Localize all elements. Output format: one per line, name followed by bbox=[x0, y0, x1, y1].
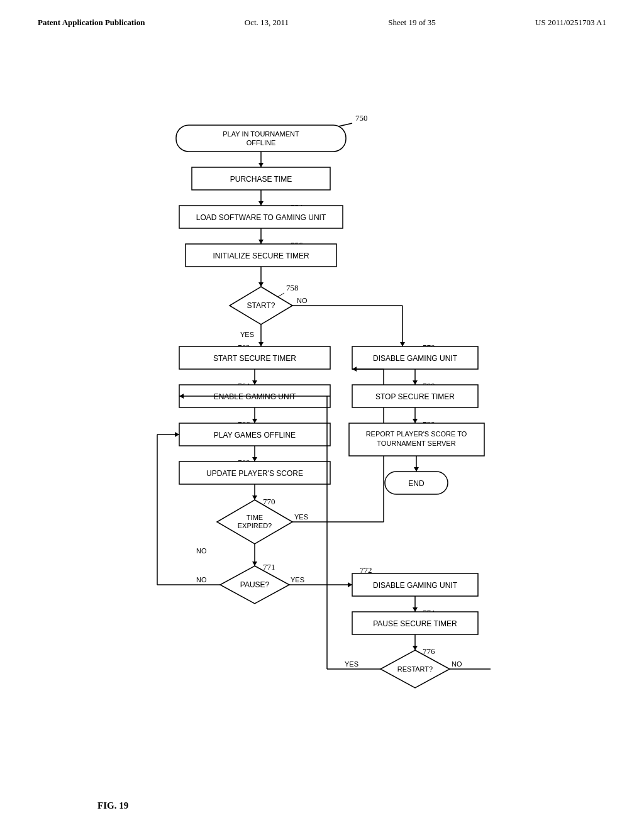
svg-text:DISABLE GAMING UNIT: DISABLE GAMING UNIT bbox=[373, 354, 458, 363]
svg-text:NO: NO bbox=[297, 297, 308, 304]
svg-marker-7 bbox=[258, 163, 264, 167]
svg-text:758: 758 bbox=[286, 283, 299, 292]
svg-text:PURCHASE TIME: PURCHASE TIME bbox=[230, 175, 292, 184]
svg-text:771: 771 bbox=[263, 562, 275, 572]
svg-marker-95 bbox=[413, 646, 418, 650]
svg-marker-36 bbox=[400, 342, 405, 346]
svg-text:ENABLE GAMING UNIT: ENABLE GAMING UNIT bbox=[214, 392, 296, 401]
svg-marker-25 bbox=[258, 282, 264, 287]
svg-marker-113 bbox=[413, 380, 418, 385]
svg-text:START SECURE TIMER: START SECURE TIMER bbox=[213, 354, 296, 363]
svg-text:NO: NO bbox=[452, 660, 462, 668]
svg-text:YES: YES bbox=[291, 576, 304, 584]
svg-marker-42 bbox=[252, 380, 257, 385]
svg-marker-80 bbox=[175, 432, 179, 437]
svg-marker-126 bbox=[414, 467, 419, 472]
page-header: Patent Application Publication Oct. 13, … bbox=[0, 0, 644, 28]
svg-text:RESTART?: RESTART? bbox=[397, 665, 433, 673]
svg-text:START?: START? bbox=[247, 301, 275, 310]
svg-marker-54 bbox=[252, 457, 257, 462]
svg-text:YES: YES bbox=[345, 660, 358, 668]
svg-text:REPORT PLAYER'S SCORE TO: REPORT PLAYER'S SCORE TO bbox=[366, 430, 467, 438]
svg-marker-19 bbox=[258, 240, 264, 244]
svg-text:DISABLE GAMING UNIT: DISABLE GAMING UNIT bbox=[373, 581, 458, 590]
svg-text:770: 770 bbox=[263, 497, 275, 506]
header-sheet: Sheet 19 of 35 bbox=[388, 18, 435, 28]
svg-text:PAUSE SECURE TIMER: PAUSE SECURE TIMER bbox=[373, 619, 457, 628]
svg-marker-48 bbox=[252, 419, 257, 423]
flowchart-diagram: 750 PLAY IN TOURNAMENT OFFLINE 752 PURCH… bbox=[0, 28, 644, 782]
svg-line-27 bbox=[278, 293, 284, 297]
svg-text:UPDATE PLAYER'S SCORE: UPDATE PLAYER'S SCORE bbox=[206, 469, 303, 478]
svg-marker-71 bbox=[252, 562, 257, 566]
svg-text:750: 750 bbox=[355, 113, 368, 123]
svg-text:STOP SECURE TIMER: STOP SECURE TIMER bbox=[375, 392, 455, 401]
svg-marker-83 bbox=[348, 582, 352, 587]
svg-text:EXPIRED?: EXPIRED? bbox=[238, 522, 272, 529]
svg-marker-60 bbox=[252, 495, 257, 500]
svg-text:INITIALIZE SECURE TIMER: INITIALIZE SECURE TIMER bbox=[213, 252, 309, 260]
svg-text:PLAY IN TOURNAMENT: PLAY IN TOURNAMENT bbox=[223, 130, 299, 138]
svg-text:776: 776 bbox=[423, 646, 435, 656]
svg-text:YES: YES bbox=[294, 513, 308, 521]
svg-text:TIME: TIME bbox=[247, 514, 263, 521]
svg-marker-13 bbox=[258, 201, 264, 206]
svg-text:LOAD SOFTWARE TO GAMING UNIT: LOAD SOFTWARE TO GAMING UNIT bbox=[196, 213, 326, 222]
header-date: Oct. 13, 2011 bbox=[245, 18, 289, 28]
svg-text:TOURNAMENT SERVER: TOURNAMENT SERVER bbox=[377, 440, 455, 447]
svg-text:END: END bbox=[408, 479, 425, 488]
flowchart-svg: 750 PLAY IN TOURNAMENT OFFLINE 752 PURCH… bbox=[0, 28, 644, 782]
svg-text:PLAY GAMES OFFLINE: PLAY GAMES OFFLINE bbox=[214, 431, 296, 440]
svg-rect-3 bbox=[176, 125, 346, 152]
header-patent: US 2011/0251703 A1 bbox=[535, 18, 606, 28]
svg-text:NO: NO bbox=[196, 576, 207, 584]
figure-label: FIG. 19 bbox=[97, 800, 128, 811]
svg-text:NO: NO bbox=[196, 547, 207, 555]
svg-text:YES: YES bbox=[240, 331, 254, 338]
svg-marker-89 bbox=[413, 607, 418, 612]
svg-text:PAUSE?: PAUSE? bbox=[240, 580, 270, 589]
header-publication: Patent Application Publication bbox=[38, 18, 145, 28]
svg-marker-119 bbox=[413, 419, 418, 423]
svg-text:OFFLINE: OFFLINE bbox=[247, 139, 275, 147]
svg-marker-32 bbox=[258, 342, 264, 346]
